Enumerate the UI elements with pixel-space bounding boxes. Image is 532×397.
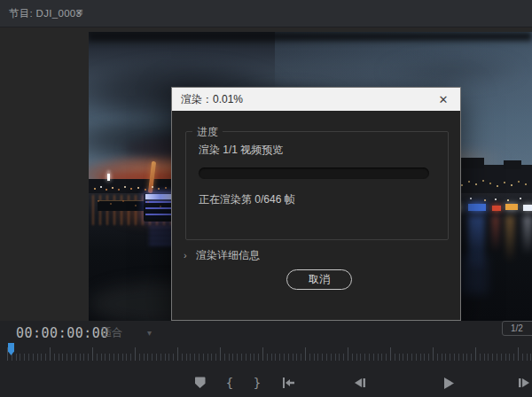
- cancel-button[interactable]: 取消: [286, 269, 352, 290]
- step-back-button[interactable]: [349, 373, 369, 393]
- play-button[interactable]: [438, 373, 458, 393]
- scene-signage: [505, 204, 518, 210]
- panel-menu-icon[interactable]: ≡: [76, 5, 83, 19]
- mark-in-icon: {: [226, 376, 234, 390]
- scene-signage: [468, 204, 486, 211]
- scene-buildings: [504, 160, 521, 169]
- scene-barge: [98, 200, 144, 211]
- playback-resolution-dropdown[interactable]: 1/2: [502, 321, 532, 336]
- render-dialog-titlebar[interactable]: 渲染：0.01% ✕: [172, 88, 460, 111]
- scene-tower-light: [107, 174, 110, 181]
- progress-bar: [199, 167, 429, 179]
- zoom-level-value: 适合: [101, 325, 122, 340]
- render-details-toggle[interactable]: › 渲染详细信息: [184, 248, 260, 262]
- progress-group: 进度 渲染 1/1 视频预览 正在渲染第 0/646 帧: [185, 131, 449, 240]
- scene-signage: [492, 206, 501, 211]
- scene-reflection: [492, 216, 499, 252]
- mark-in-button[interactable]: {: [220, 373, 239, 393]
- play-icon: [441, 376, 456, 391]
- monitor-controls: 00:00:00:00 适合 ▾ 1/2 { }: [0, 321, 532, 397]
- mark-out-button[interactable]: }: [247, 373, 267, 393]
- render-status-text: 正在渲染第 0/646 帧: [199, 192, 295, 207]
- zoom-level-dropdown[interactable]: 适合 ▾: [96, 324, 170, 340]
- transport-controls: { }: [0, 368, 532, 397]
- render-details-label: 渲染详细信息: [196, 248, 260, 263]
- render-dialog: 渲染：0.01% ✕ 进度 渲染 1/1 视频预览 正在渲染第 0/646 帧 …: [171, 87, 461, 321]
- render-dialog-title: 渲染：0.01%: [181, 92, 243, 107]
- scene-reflection: [523, 216, 532, 255]
- add-marker-icon: [194, 377, 206, 389]
- mark-out-icon: }: [254, 376, 262, 390]
- scene-buildings: [461, 158, 484, 168]
- panel-title: 节目: DJI_0003: [9, 7, 82, 20]
- playback-resolution-value: 1/2: [511, 323, 523, 333]
- chevron-down-icon: ▾: [147, 328, 152, 338]
- disclosure-icon: ›: [184, 250, 196, 261]
- close-icon[interactable]: ✕: [434, 88, 453, 111]
- go-to-in-button[interactable]: [278, 373, 298, 393]
- program-panel-header: 节目: DJI_0003 ≡: [0, 0, 532, 27]
- step-forward-icon: [517, 377, 532, 389]
- render-task-text: 渲染 1/1 视频预览: [199, 143, 283, 158]
- ruler-ticks-major: [7, 347, 532, 361]
- scene-reflection: [505, 216, 514, 262]
- progress-group-label: 进度: [192, 125, 223, 140]
- scene-city-lights: [89, 32, 90, 34]
- mini-timeline-ruler[interactable]: [7, 345, 532, 362]
- scene-signage: [523, 205, 532, 211]
- add-marker-button[interactable]: [190, 373, 209, 393]
- go-to-in-icon: [281, 377, 295, 389]
- scene-reflection: [461, 255, 488, 294]
- scene-cloud: [89, 32, 532, 41]
- step-back-icon: [352, 377, 367, 389]
- render-dialog-body: 进度 渲染 1/1 视频预览 正在渲染第 0/646 帧 › 渲染详细信息 取消: [172, 111, 460, 322]
- step-forward-button[interactable]: [516, 373, 532, 393]
